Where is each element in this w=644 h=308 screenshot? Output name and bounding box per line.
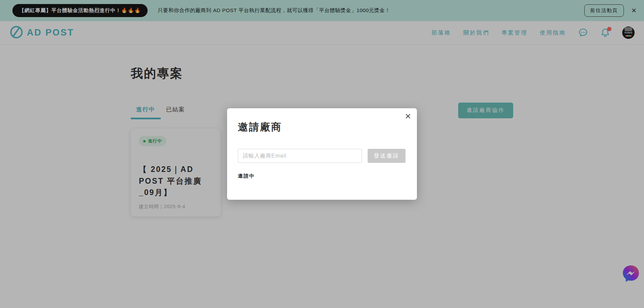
invite-form: 發送邀請 (238, 149, 406, 163)
modal-title: 邀請廠商 (238, 120, 406, 134)
invite-vendor-modal: ✕ 邀請廠商 發送邀請 邀請中 (227, 108, 417, 200)
modal-close-icon[interactable]: ✕ (405, 113, 411, 120)
send-invite-button[interactable]: 發送邀請 (368, 149, 406, 163)
inviting-section-label: 邀請中 (238, 173, 406, 179)
vendor-email-input[interactable] (238, 149, 362, 163)
